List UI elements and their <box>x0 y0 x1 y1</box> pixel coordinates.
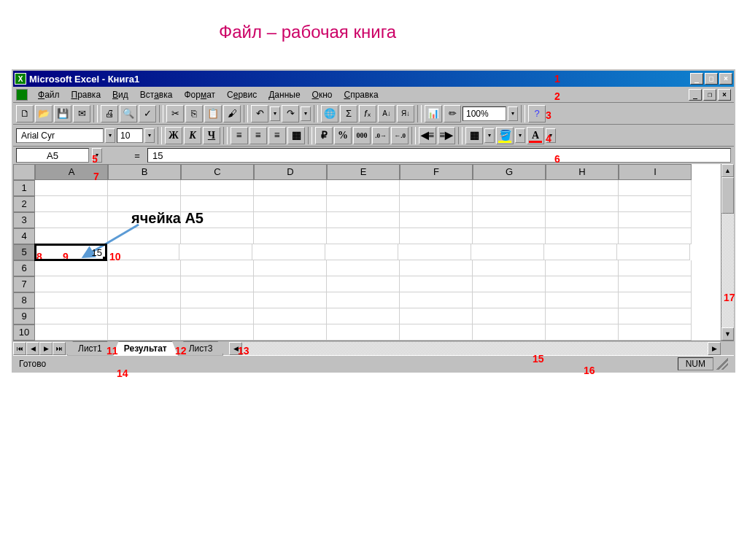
cell-G2[interactable] <box>473 196 546 212</box>
cell-H2[interactable] <box>546 196 619 212</box>
cell-F3[interactable] <box>400 212 473 228</box>
cell-I2[interactable] <box>619 196 692 212</box>
menu-format[interactable]: Формат <box>178 88 221 101</box>
sheet-tab-2[interactable]: Лист3 <box>178 341 224 356</box>
bold-button[interactable]: Ж <box>165 127 182 144</box>
cell-F8[interactable] <box>400 292 473 308</box>
cell-A9[interactable] <box>35 308 108 324</box>
menu-window[interactable]: Окно <box>306 88 338 101</box>
formula-input[interactable]: 15 <box>147 148 731 163</box>
cell-B1[interactable] <box>108 180 181 196</box>
name-box-dropdown[interactable]: ▾ <box>92 148 102 163</box>
increase-decimal-icon[interactable]: .0→ <box>372 127 390 144</box>
column-header-D[interactable]: D <box>254 164 327 180</box>
font-size-dropdown[interactable]: ▾ <box>144 128 155 143</box>
cell-D1[interactable] <box>254 180 327 196</box>
open-icon[interactable]: 📂 <box>35 105 53 122</box>
menu-help[interactable]: Справка <box>338 88 384 101</box>
cell-I1[interactable] <box>619 180 692 196</box>
cell-I6[interactable] <box>619 260 692 276</box>
cell-E5[interactable] <box>325 244 398 260</box>
cell-D2[interactable] <box>254 196 327 212</box>
align-left-icon[interactable]: ≡ <box>231 127 248 144</box>
decrease-decimal-icon[interactable]: ←.0 <box>391 127 409 144</box>
cell-F7[interactable] <box>400 276 473 292</box>
cell-B8[interactable] <box>108 292 181 308</box>
doc-minimize-button[interactable]: _ <box>689 89 702 101</box>
column-header-C[interactable]: C <box>181 164 254 180</box>
cell-C10[interactable] <box>181 324 254 341</box>
name-box[interactable]: A5 <box>16 148 89 163</box>
cell-E9[interactable] <box>327 308 400 324</box>
function-icon[interactable]: fₓ <box>359 105 376 122</box>
cell-F9[interactable] <box>400 308 473 324</box>
row-header-3[interactable]: 3 <box>13 212 35 228</box>
cell-I4[interactable] <box>619 228 692 244</box>
percent-icon[interactable]: % <box>334 127 352 144</box>
cell-B10[interactable] <box>108 324 181 341</box>
cell-D4[interactable] <box>254 228 327 244</box>
menu-data[interactable]: Данные <box>263 88 306 101</box>
cell-D7[interactable] <box>254 276 327 292</box>
zoom-input[interactable]: 100% <box>462 106 506 121</box>
resize-grip-icon[interactable] <box>716 358 728 370</box>
font-size-selector[interactable]: 10 <box>117 128 143 143</box>
column-header-G[interactable]: G <box>473 164 546 180</box>
cell-H6[interactable] <box>546 260 619 276</box>
doc-restore-button[interactable]: ❐ <box>703 89 716 101</box>
cell-F10[interactable] <box>400 324 473 341</box>
menu-tools[interactable]: Сервис <box>221 88 263 101</box>
cell-I9[interactable] <box>619 308 692 324</box>
column-header-A[interactable]: A <box>35 164 108 180</box>
cell-D9[interactable] <box>254 308 327 324</box>
column-header-I[interactable]: I <box>619 164 692 180</box>
cell-E3[interactable] <box>327 212 400 228</box>
print-icon[interactable]: 🖨 <box>101 105 118 122</box>
scroll-thumb[interactable] <box>721 177 734 214</box>
row-header-9[interactable]: 9 <box>13 308 35 324</box>
cell-H8[interactable] <box>546 292 619 308</box>
italic-button[interactable]: К <box>184 127 201 144</box>
menu-insert[interactable]: Вставка <box>134 88 179 101</box>
cell-B7[interactable] <box>108 276 181 292</box>
cell-A8[interactable] <box>35 292 108 308</box>
cell-B6[interactable] <box>108 260 181 276</box>
increase-indent-icon[interactable]: ≡▶ <box>438 127 455 144</box>
cell-A6[interactable] <box>35 260 108 276</box>
sort-asc-icon[interactable]: А↓ <box>378 105 395 122</box>
align-right-icon[interactable]: ≡ <box>268 127 286 144</box>
font-color-icon[interactable]: A <box>527 127 544 144</box>
format-painter-icon[interactable]: 🖌 <box>223 105 241 122</box>
currency-icon[interactable]: ₽ <box>315 127 333 144</box>
cell-C8[interactable] <box>181 292 254 308</box>
zoom-dropdown[interactable]: ▾ <box>508 106 518 121</box>
cell-I5[interactable] <box>617 244 690 260</box>
row-header-2[interactable]: 2 <box>13 196 35 212</box>
cell-E10[interactable] <box>327 324 400 341</box>
cell-C5[interactable] <box>179 244 252 260</box>
cell-G5[interactable] <box>471 244 544 260</box>
tab-nav-last-icon[interactable]: ⏭ <box>53 342 66 355</box>
menu-file[interactable]: Файл <box>32 88 66 101</box>
close-button[interactable]: × <box>719 73 732 85</box>
row-header-1[interactable]: 1 <box>13 180 35 196</box>
cell-D6[interactable] <box>254 260 327 276</box>
column-header-E[interactable]: E <box>327 164 400 180</box>
cell-C1[interactable] <box>181 180 254 196</box>
row-header-10[interactable]: 10 <box>13 324 35 341</box>
undo-icon[interactable]: ↶ <box>251 105 268 122</box>
cell-E1[interactable] <box>327 180 400 196</box>
cell-H10[interactable] <box>546 324 619 341</box>
underline-button[interactable]: Ч <box>203 127 220 144</box>
cell-A2[interactable] <box>35 196 108 212</box>
row-header-4[interactable]: 4 <box>13 228 35 244</box>
cell-F1[interactable] <box>400 180 473 196</box>
borders-dropdown[interactable]: ▾ <box>484 128 495 143</box>
cell-E7[interactable] <box>327 276 400 292</box>
cell-G8[interactable] <box>473 292 546 308</box>
drawing-icon[interactable]: ✏ <box>444 105 461 122</box>
cell-G4[interactable] <box>473 228 546 244</box>
doc-close-button[interactable]: × <box>718 89 731 101</box>
select-all-corner[interactable] <box>13 164 35 180</box>
cell-I7[interactable] <box>619 276 692 292</box>
